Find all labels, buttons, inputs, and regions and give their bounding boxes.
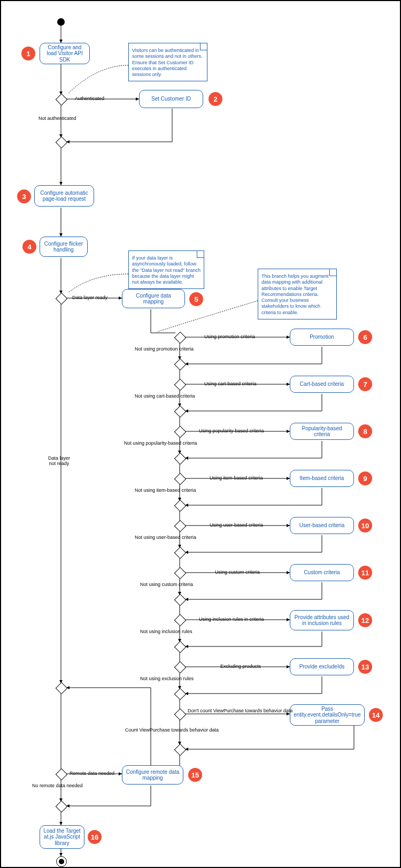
step-3: Configure automatic page-load request: [34, 185, 94, 207]
label-upc: Using promotion criteria: [204, 334, 255, 340]
label-nuub: Not using user-based criteria: [135, 535, 196, 540]
step-11: Custom criteria: [290, 564, 354, 581]
label-ucc: Using custom criteria: [215, 570, 260, 575]
step-10: User-based criteria: [290, 517, 354, 534]
label-nuir: Not using inclusion rules: [140, 629, 192, 635]
badge-7: 7: [358, 377, 372, 391]
label-exc: Excluding products: [220, 664, 261, 669]
label-not-authenticated: Not authenticated: [38, 116, 76, 121]
label-authenticated: Authenticated: [75, 96, 104, 102]
step-9: Item-based criteria: [290, 470, 354, 487]
note-3: This branch helps you augment data mappi…: [258, 269, 337, 319]
badge-14: 14: [369, 708, 383, 722]
label-upb: Using popularity-based criteria: [199, 429, 264, 434]
step-14: Pass entity.event.detailsOnly=true param…: [290, 704, 365, 726]
start-node: [57, 18, 65, 26]
label-uib: Using item-based criteria: [210, 476, 263, 481]
step-5: Configure data mapping: [122, 289, 185, 308]
end-node: [56, 856, 67, 867]
label-nucc: Not using custom criteria: [140, 582, 193, 588]
badge-5: 5: [189, 292, 203, 306]
badge-11: 11: [358, 566, 372, 580]
step-1: Configure and load Visitor API SDK: [40, 43, 90, 64]
step-15: Configure remote data mapping: [122, 765, 183, 785]
label-nexc: Not using exclusion rules: [140, 676, 194, 682]
label-nupc: Not using promotion criteria: [135, 347, 194, 352]
label-uir: Using inclusion rules in criteria: [199, 617, 264, 622]
badge-8: 8: [358, 424, 372, 438]
step-6: Promotion: [290, 329, 354, 346]
label-nupb: Not using popularity-based criteria: [124, 441, 197, 446]
step-16: Load the Target at.js JavaScript library: [40, 825, 84, 849]
badge-10: 10: [358, 519, 372, 532]
badge-16: 16: [88, 830, 102, 844]
badge-13: 13: [358, 660, 372, 674]
badge-15: 15: [188, 768, 202, 782]
step-2: Set Customer ID: [139, 90, 203, 108]
label-dcv: Don't count ViewPurchase towards behavio…: [188, 709, 292, 714]
label-nucb: Not using cart-based criteria: [135, 394, 195, 399]
note-1: Visitors can be authenticated in some se…: [128, 43, 207, 81]
badge-6: 6: [358, 330, 372, 344]
badge-9: 9: [358, 471, 372, 485]
label-rdn: Remote data needed: [70, 771, 114, 776]
step-4: Configure flicker handling: [40, 237, 88, 257]
step-8: Popularity-based criteria: [290, 423, 354, 440]
badge-12: 12: [358, 613, 372, 627]
badge-3: 3: [17, 189, 31, 203]
label-cvp: Count ViewPurchase towards behavior data: [125, 728, 219, 733]
label-nrdn: No remote data needed: [32, 783, 83, 789]
label-uub: Using user-based criteria: [210, 523, 263, 528]
step-7: Cart-based criteria: [290, 376, 354, 393]
label-dl-ready: Data layer ready: [72, 295, 107, 301]
step-12: Provide attributes used in inclusion rul…: [290, 610, 354, 630]
label-ucb: Using cart-based criteria: [204, 382, 257, 387]
step-13: Provide excludeIds: [290, 658, 354, 675]
badge-1: 1: [21, 47, 35, 60]
label-nuib: Not using item-based criteria: [135, 488, 196, 493]
badge-4: 4: [22, 240, 36, 254]
label-dl-notready: Data layer not ready: [48, 456, 70, 467]
note-2: If your data layer is asynchronously loa…: [128, 250, 204, 289]
badge-2: 2: [209, 92, 222, 106]
